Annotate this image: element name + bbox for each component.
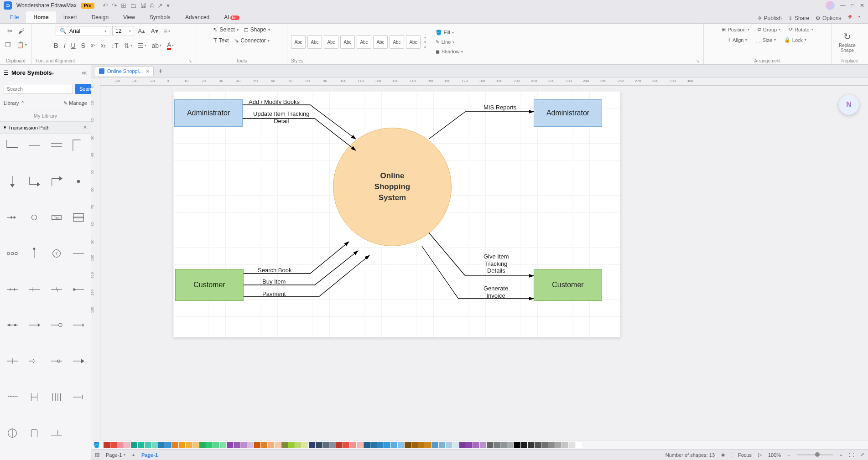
style-preset[interactable]: Abc bbox=[390, 35, 404, 49]
shape-item[interactable] bbox=[26, 389, 43, 405]
shadow-button[interactable]: ◼Shadow▾ bbox=[435, 48, 464, 56]
fullscreen-icon[interactable]: ⤢ bbox=[860, 452, 864, 458]
shape-item[interactable] bbox=[26, 425, 43, 441]
close-category-icon[interactable]: ✕ bbox=[83, 124, 87, 130]
color-swatch[interactable] bbox=[350, 442, 356, 448]
redo-icon[interactable]: ↷ bbox=[112, 2, 117, 9]
add-tab-icon[interactable]: + bbox=[156, 67, 165, 75]
new-icon[interactable]: ⊞ bbox=[121, 2, 126, 9]
color-swatch[interactable] bbox=[234, 442, 240, 448]
color-swatch[interactable] bbox=[192, 442, 199, 448]
admin-left-box[interactable]: Administrator bbox=[174, 99, 243, 127]
color-swatch[interactable] bbox=[439, 442, 445, 448]
text-tool[interactable]: TText bbox=[212, 36, 230, 45]
select-tool[interactable]: ↖Select▾ bbox=[211, 26, 240, 34]
shape-item[interactable] bbox=[4, 389, 21, 405]
symbol-search-input[interactable] bbox=[4, 84, 73, 94]
color-swatch[interactable] bbox=[405, 442, 411, 448]
menu-file[interactable]: File bbox=[3, 11, 26, 23]
color-swatch[interactable] bbox=[364, 442, 370, 448]
zoom-out-icon[interactable]: − bbox=[787, 452, 790, 458]
color-swatch[interactable] bbox=[117, 442, 124, 448]
color-swatch[interactable] bbox=[145, 442, 151, 448]
color-swatch[interactable] bbox=[384, 442, 390, 448]
shape-item[interactable] bbox=[26, 281, 43, 298]
styles-launcher-icon[interactable]: ↘ bbox=[696, 59, 700, 63]
presentation-icon[interactable]: ▷ bbox=[758, 452, 762, 458]
color-swatch[interactable] bbox=[261, 442, 267, 448]
qat-more-icon[interactable]: ▾ bbox=[166, 2, 170, 9]
shape-item[interactable] bbox=[48, 353, 65, 369]
share-button[interactable]: ⇪Share bbox=[788, 15, 809, 21]
page-select[interactable]: Page-1 ▾ bbox=[106, 452, 125, 458]
shape-item[interactable] bbox=[48, 425, 65, 441]
color-swatch[interactable] bbox=[494, 442, 500, 448]
color-swatch[interactable] bbox=[418, 442, 425, 448]
shape-item[interactable] bbox=[4, 317, 21, 333]
shape-item[interactable] bbox=[4, 425, 21, 441]
shape-item[interactable] bbox=[4, 281, 21, 298]
menu-insert[interactable]: Insert bbox=[56, 11, 84, 23]
shape-item[interactable] bbox=[26, 353, 43, 369]
color-swatch[interactable] bbox=[124, 442, 130, 448]
sidebar-title[interactable]: More Symbols▾ bbox=[11, 69, 78, 76]
shape-item[interactable] bbox=[70, 173, 87, 190]
style-preset[interactable]: Abc bbox=[373, 35, 388, 49]
color-swatch[interactable] bbox=[295, 442, 301, 448]
publish-button[interactable]: ✈Publish bbox=[758, 15, 782, 21]
color-swatch[interactable] bbox=[179, 442, 185, 448]
hamburger-icon[interactable]: ☰ bbox=[4, 70, 9, 76]
color-swatch[interactable] bbox=[535, 442, 541, 448]
close-icon[interactable]: ✕ bbox=[860, 2, 864, 9]
color-swatch[interactable] bbox=[151, 442, 158, 448]
color-swatch[interactable] bbox=[254, 442, 260, 448]
format-painter-icon[interactable]: 🖌 bbox=[16, 26, 26, 36]
color-swatch[interactable] bbox=[288, 442, 295, 448]
zoom-slider[interactable] bbox=[797, 454, 833, 455]
shape-item[interactable] bbox=[4, 173, 21, 190]
color-swatch[interactable] bbox=[110, 442, 117, 448]
add-page-icon[interactable]: + bbox=[132, 452, 135, 458]
options-button[interactable]: ⚙Options bbox=[816, 15, 841, 21]
system-node[interactable]: Online Shopping System bbox=[333, 128, 452, 246]
color-swatch[interactable] bbox=[131, 442, 137, 448]
align-button[interactable]: ⫴Align▾ bbox=[728, 36, 748, 44]
shape-item[interactable] bbox=[70, 353, 87, 369]
copy-icon[interactable]: ❐ bbox=[3, 39, 13, 50]
color-swatch[interactable] bbox=[227, 442, 233, 448]
bold-icon[interactable]: B bbox=[52, 40, 60, 51]
focus-button[interactable]: ⛶ Focus bbox=[731, 452, 752, 458]
lock-button[interactable]: 🔒Lock▾ bbox=[783, 36, 807, 44]
close-tab-icon[interactable]: ✕ bbox=[146, 68, 150, 74]
menu-home[interactable]: Home bbox=[26, 11, 56, 23]
underline-icon[interactable]: U bbox=[69, 40, 78, 51]
replace-shape-button[interactable]: ↻Replace Shape bbox=[835, 29, 859, 55]
shape-item[interactable] bbox=[48, 317, 65, 333]
shape-item[interactable] bbox=[26, 245, 43, 262]
shape-item[interactable] bbox=[70, 389, 87, 405]
color-swatch[interactable] bbox=[281, 442, 288, 448]
menu-view[interactable]: View bbox=[116, 11, 142, 23]
color-swatch[interactable] bbox=[398, 442, 404, 448]
shape-item[interactable] bbox=[48, 137, 65, 154]
line-button[interactable]: ✎Line▾ bbox=[435, 38, 464, 46]
category-header[interactable]: ▾ Transmission Path ✕ bbox=[0, 122, 91, 134]
menu-advanced[interactable]: Advanced bbox=[178, 11, 217, 23]
open-icon[interactable]: 🗀 bbox=[130, 2, 136, 9]
color-swatch[interactable] bbox=[213, 442, 219, 448]
color-swatch[interactable] bbox=[452, 442, 459, 448]
align-para-icon[interactable]: ≡▾ bbox=[162, 26, 172, 36]
color-swatch[interactable] bbox=[309, 442, 315, 448]
minimize-icon[interactable]: — bbox=[840, 2, 846, 9]
menu-symbols[interactable]: Symbols bbox=[142, 11, 178, 23]
shape-tool[interactable]: ◻Shape▾ bbox=[242, 26, 272, 34]
grow-font-icon[interactable]: A▴ bbox=[136, 26, 147, 36]
shape-item[interactable] bbox=[70, 245, 87, 262]
paste-icon[interactable]: 📋▾ bbox=[15, 39, 29, 50]
color-swatch[interactable] bbox=[500, 442, 507, 448]
undo-icon[interactable]: ↶ bbox=[103, 2, 108, 9]
font-name-select[interactable]: 🔍Arial▾ bbox=[56, 26, 110, 36]
bullets-icon[interactable]: ☰▾ bbox=[136, 40, 148, 51]
connector-tool[interactable]: ↘Connector▾ bbox=[232, 36, 271, 45]
shape-item[interactable] bbox=[4, 137, 21, 154]
